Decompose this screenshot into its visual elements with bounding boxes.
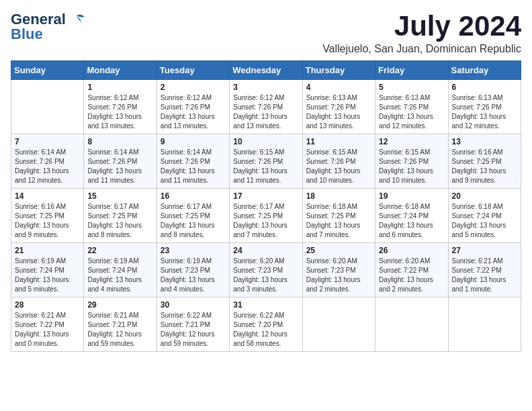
sunrise-text: Sunrise: 6:12 AM [161,93,226,103]
calendar-cell: 7Sunrise: 6:14 AMSunset: 7:26 PMDaylight… [11,134,84,189]
sunset-text: Sunset: 7:22 PM [379,266,444,275]
day-info: Sunrise: 6:15 AMSunset: 7:26 PMDaylight:… [306,148,371,185]
daylight-text: Daylight: 13 hours and 1 minute. [452,275,517,294]
col-header-wednesday: Wednesday [230,61,302,80]
sunset-text: Sunset: 7:21 PM [87,320,152,330]
sunrise-text: Sunrise: 6:14 AM [161,148,226,157]
sunset-text: Sunset: 7:26 PM [379,103,444,112]
sunrise-text: Sunrise: 6:21 AM [15,311,80,320]
calendar-cell: 29Sunrise: 6:21 AMSunset: 7:21 PMDayligh… [84,298,157,352]
col-header-monday: Monday [84,61,157,80]
day-info: Sunrise: 6:15 AMSunset: 7:26 PMDaylight:… [233,148,298,185]
sunrise-text: Sunrise: 6:22 AM [233,311,298,320]
sunrise-text: Sunrise: 6:14 AM [15,148,80,157]
calendar-cell: 1Sunrise: 6:12 AMSunset: 7:26 PMDaylight… [84,80,157,134]
calendar-cell: 12Sunrise: 6:15 AMSunset: 7:26 PMDayligh… [375,134,448,189]
sunset-text: Sunset: 7:23 PM [161,266,226,275]
day-number: 1 [87,83,152,92]
sunrise-text: Sunrise: 6:19 AM [161,257,226,266]
day-number: 31 [233,300,298,310]
daylight-text: Daylight: 13 hours and 4 minutes. [161,275,226,294]
daylight-text: Daylight: 13 hours and 2 minutes. [306,275,371,294]
sunset-text: Sunset: 7:26 PM [15,157,80,167]
daylight-text: Daylight: 13 hours and 12 minutes. [452,112,517,131]
sunrise-text: Sunrise: 6:20 AM [306,257,371,266]
sunrise-text: Sunrise: 6:20 AM [379,257,444,266]
calendar-week-2: 7Sunrise: 6:14 AMSunset: 7:26 PMDaylight… [11,134,521,189]
daylight-text: Daylight: 13 hours and 11 minutes. [161,167,226,185]
sunset-text: Sunset: 7:25 PM [161,212,226,221]
sunset-text: Sunset: 7:21 PM [161,320,226,330]
daylight-text: Daylight: 12 hours and 58 minutes. [233,330,298,349]
daylight-text: Daylight: 13 hours and 8 minutes. [87,221,152,240]
sunset-text: Sunset: 7:26 PM [161,103,226,112]
day-info: Sunrise: 6:14 AMSunset: 7:26 PMDaylight:… [87,148,152,185]
logo-bird-icon [67,13,86,26]
day-number: 13 [452,137,517,146]
daylight-text: Daylight: 13 hours and 13 minutes. [233,112,298,131]
day-number: 10 [233,137,298,146]
day-number: 15 [87,191,152,201]
day-info: Sunrise: 6:22 AMSunset: 7:21 PMDaylight:… [161,311,226,349]
calendar-cell: 4Sunrise: 6:13 AMSunset: 7:26 PMDaylight… [302,80,375,134]
sunrise-text: Sunrise: 6:18 AM [452,202,517,212]
daylight-text: Daylight: 13 hours and 7 minutes. [306,221,371,240]
sunrise-text: Sunrise: 6:15 AM [379,148,444,157]
title-area: July 2024 Vallejuelo, San Juan, Dominica… [322,11,521,55]
calendar-cell: 25Sunrise: 6:20 AMSunset: 7:23 PMDayligh… [302,243,375,298]
calendar-cell: 9Sunrise: 6:14 AMSunset: 7:26 PMDaylight… [157,134,229,189]
sunset-text: Sunset: 7:25 PM [452,157,517,167]
calendar-cell: 31Sunrise: 6:22 AMSunset: 7:20 PMDayligh… [230,298,302,352]
sunset-text: Sunset: 7:24 PM [379,212,444,221]
calendar-cell [11,80,84,134]
sunset-text: Sunset: 7:24 PM [15,266,80,275]
day-info: Sunrise: 6:19 AMSunset: 7:23 PMDaylight:… [161,257,226,294]
day-number: 4 [306,83,371,92]
day-info: Sunrise: 6:20 AMSunset: 7:23 PMDaylight:… [233,257,298,294]
day-info: Sunrise: 6:13 AMSunset: 7:26 PMDaylight:… [379,93,444,131]
sunrise-text: Sunrise: 6:13 AM [379,93,444,103]
header: General Blue July 2024 Vallejuelo, San J… [11,11,521,55]
calendar-cell: 19Sunrise: 6:18 AMSunset: 7:24 PMDayligh… [375,189,448,243]
calendar-cell: 5Sunrise: 6:13 AMSunset: 7:26 PMDaylight… [375,80,448,134]
day-number: 29 [87,300,152,310]
sunset-text: Sunset: 7:26 PM [379,157,444,167]
day-info: Sunrise: 6:18 AMSunset: 7:25 PMDaylight:… [306,202,371,240]
daylight-text: Daylight: 13 hours and 5 minutes. [15,275,80,294]
calendar-cell: 20Sunrise: 6:18 AMSunset: 7:24 PMDayligh… [448,189,521,243]
sunrise-text: Sunrise: 6:12 AM [87,93,152,103]
sunset-text: Sunset: 7:26 PM [87,103,152,112]
day-number: 8 [87,137,152,146]
daylight-text: Daylight: 13 hours and 4 minutes. [87,275,152,294]
calendar-week-1: 1Sunrise: 6:12 AMSunset: 7:26 PMDaylight… [11,80,521,134]
sunrise-text: Sunrise: 6:22 AM [161,311,226,320]
sunset-text: Sunset: 7:24 PM [87,266,152,275]
day-info: Sunrise: 6:20 AMSunset: 7:23 PMDaylight:… [306,257,371,294]
col-header-tuesday: Tuesday [157,61,229,80]
calendar-cell: 13Sunrise: 6:16 AMSunset: 7:25 PMDayligh… [448,134,521,189]
day-number: 22 [87,246,152,255]
daylight-text: Daylight: 13 hours and 13 minutes. [161,112,226,131]
day-info: Sunrise: 6:12 AMSunset: 7:26 PMDaylight:… [87,93,152,131]
day-number: 30 [161,300,226,310]
daylight-text: Daylight: 13 hours and 11 minutes. [233,167,298,185]
day-number: 17 [233,191,298,201]
calendar-cell: 22Sunrise: 6:19 AMSunset: 7:24 PMDayligh… [84,243,157,298]
calendar-cell: 23Sunrise: 6:19 AMSunset: 7:23 PMDayligh… [157,243,229,298]
calendar-cell: 15Sunrise: 6:17 AMSunset: 7:25 PMDayligh… [84,189,157,243]
sunrise-text: Sunrise: 6:18 AM [379,202,444,212]
calendar-cell: 27Sunrise: 6:21 AMSunset: 7:22 PMDayligh… [448,243,521,298]
day-info: Sunrise: 6:16 AMSunset: 7:25 PMDaylight:… [452,148,517,185]
sunset-text: Sunset: 7:26 PM [306,103,371,112]
sunset-text: Sunset: 7:26 PM [452,103,517,112]
sunrise-text: Sunrise: 6:13 AM [452,93,517,103]
calendar-cell: 26Sunrise: 6:20 AMSunset: 7:22 PMDayligh… [375,243,448,298]
calendar-cell: 18Sunrise: 6:18 AMSunset: 7:25 PMDayligh… [302,189,375,243]
sunset-text: Sunset: 7:23 PM [306,266,371,275]
day-info: Sunrise: 6:15 AMSunset: 7:26 PMDaylight:… [379,148,444,185]
calendar-cell [375,298,448,352]
day-info: Sunrise: 6:22 AMSunset: 7:20 PMDaylight:… [233,311,298,349]
sunrise-text: Sunrise: 6:21 AM [87,311,152,320]
sunrise-text: Sunrise: 6:19 AM [87,257,152,266]
calendar-cell: 2Sunrise: 6:12 AMSunset: 7:26 PMDaylight… [157,80,229,134]
